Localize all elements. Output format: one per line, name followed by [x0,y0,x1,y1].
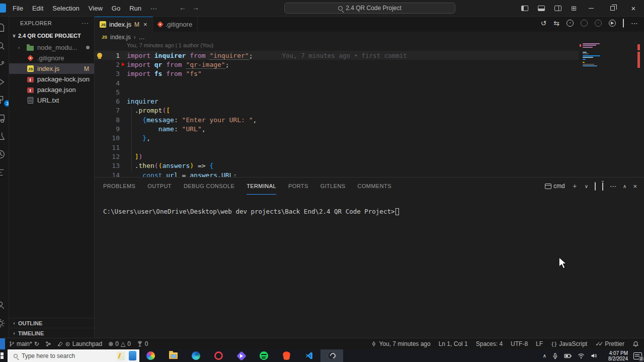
notifications-item[interactable] [632,341,639,347]
change-indicator-icon[interactable] [581,20,588,27]
menu-item-run[interactable]: Run [125,5,146,12]
file-row-url-txt[interactable]: URL.txt [9,95,94,106]
timeline-section[interactable]: › TIMELINE [9,328,94,338]
project-root-row[interactable]: ∨ 2.4 QR CODE PROJECT [9,30,94,41]
settings-gear-icon[interactable] [0,318,7,330]
speaker-icon[interactable] [590,352,597,359]
tab-debug-console[interactable]: DEBUG CONSOLE [184,177,234,195]
explorer-more-actions-icon[interactable]: ··· [82,20,89,27]
breadcrumb-file[interactable]: index.js [110,34,131,41]
code-line-8[interactable]: 8 {message: "Enter your URL: ", [95,115,579,124]
breadcrumb[interactable]: JS index.js › … [95,32,644,42]
next-change-icon[interactable]: › [595,20,602,27]
code-line-14[interactable]: 14 const url = answers.URL; [95,170,579,177]
start-button[interactable] [0,349,8,362]
search-icon[interactable] [0,40,7,52]
todo-tree-icon[interactable] [0,167,7,179]
menu-item-file[interactable]: File [8,5,28,12]
codelens-blame[interactable]: You, 7 minutes ago | 1 author (You) [95,42,579,51]
tab-index-js[interactable]: JS index.js M × [95,17,153,32]
navigate-back-icon[interactable]: ← [177,4,188,12]
code-line-4[interactable]: 4 [95,78,579,87]
code-line-6[interactable]: 6inquirer [95,97,579,106]
maximize-panel-icon[interactable]: ∧ [623,184,626,189]
minimize-button[interactable] [581,0,602,17]
code-line-9[interactable]: 9 name: "URL", [95,124,579,133]
sync-icon[interactable]: ↻ [34,340,39,347]
file-row-node-modules[interactable]: › node_modu... [9,42,94,53]
action-center-icon[interactable]: 2 [633,352,642,359]
run-code-icon[interactable]: ▶ [609,20,616,27]
ports-item[interactable]: 0 [137,340,148,347]
kill-terminal-icon[interactable] [602,183,603,191]
code-line-5[interactable]: 5 [95,87,579,97]
tab-problems[interactable]: PROBLEMS [103,177,135,195]
compare-revision-icon[interactable]: ⇆ [553,20,559,27]
breadcrumb-more[interactable]: … [139,34,145,41]
code-line-3[interactable]: 3import fs from "fs" [95,69,579,78]
taskbar-app-spotify[interactable] [253,349,275,362]
code-line-10[interactable]: 10 }, [95,134,579,143]
close-tab-icon[interactable]: × [143,21,147,28]
search-highlight-bag-icon[interactable] [129,351,136,360]
commit-graph-item[interactable] [45,341,51,347]
customize-layout-icon[interactable]: ⊞ [571,5,577,12]
taskbar-app-brave[interactable] [275,349,298,362]
battery-icon[interactable] [564,353,572,359]
minimap[interactable] [580,43,616,177]
launchpad-item[interactable]: Launchpad [57,340,102,347]
terminal-dropdown-icon[interactable]: ∨ [585,184,588,189]
menu-item-edit[interactable]: Edit [28,5,48,12]
taskbar-app-opera[interactable] [207,349,230,362]
hidden-icons-chevron[interactable]: ∧ [543,353,546,358]
taskbar-app-photos[interactable] [139,349,162,362]
explorer-icon[interactable] [0,22,7,34]
gitlens-icon[interactable] [0,149,7,161]
outline-section[interactable]: › OUTLINE [9,318,94,328]
taskbar-app-movies[interactable] [230,349,253,362]
cursor-position-item[interactable]: Ln 1, Col 1 [439,340,468,347]
menu-item-more[interactable]: ··· [146,5,162,12]
file-row-index-js[interactable]: JS index.js M [9,63,94,74]
taskbar-app-explorer[interactable] [162,349,185,362]
tab-ports[interactable]: PORTS [288,177,308,195]
toggle-sidebar-icon[interactable] [521,6,528,11]
code-line-2[interactable]: 2import qr from "qr-image"; [95,60,579,69]
testing-icon[interactable] [0,131,7,143]
tab-gitignore[interactable]: .gitignore [153,17,198,32]
tab-output[interactable]: OUTPUT [147,177,172,195]
menu-item-view[interactable]: View [84,5,107,12]
file-row-package-json[interactable]: package.json [9,84,94,95]
encoding-item[interactable]: UTF-8 [511,340,528,347]
command-center-search[interactable]: 2.4 QR Code Project [284,3,455,14]
close-button[interactable]: × [623,0,644,17]
indentation-item[interactable]: Spaces: 4 [476,340,503,347]
toggle-panel-icon[interactable] [538,6,545,11]
code-line-7[interactable]: 7 .prompt([ [95,106,579,115]
remote-explorer-icon[interactable] [0,113,7,125]
split-terminal-icon[interactable] [595,182,596,191]
toggle-secondary-sidebar-icon[interactable] [554,6,561,11]
accounts-icon[interactable] [0,300,7,312]
taskbar-search[interactable]: Type here to search [8,349,139,362]
search-highlight-icon[interactable] [117,351,125,360]
wifi-icon[interactable] [578,353,585,359]
file-row-gitignore[interactable]: .gitignore [9,53,94,63]
tab-comments[interactable]: COMMENTS [358,177,391,195]
taskbar-app-edge[interactable] [185,349,207,362]
eol-item[interactable]: LF [536,340,543,347]
blame-item[interactable]: You, 7 minutes ago [371,340,430,347]
taskbar-clock[interactable]: 4:07 PM 8/2/2024 [603,350,628,361]
restore-button[interactable] [602,0,623,17]
problems-item[interactable]: ⊗ 0 △ 0 [108,340,131,347]
taskbar-app-obs[interactable] [320,349,343,362]
formatter-item[interactable]: ✓✓ Prettier [595,340,624,347]
taskbar-app-vscode[interactable] [298,349,320,362]
code-line-1[interactable]: 1import inquirer from "inquirer";You, 7 … [95,51,579,60]
file-history-icon[interactable]: ↺ [541,20,547,27]
file-row-package-lock[interactable]: package-lock.json [9,74,94,84]
microphone-icon[interactable] [552,352,558,359]
panel-more-icon[interactable]: ⋯ [610,183,616,190]
source-control-icon[interactable] [0,58,7,70]
remote-indicator[interactable] [0,338,5,349]
